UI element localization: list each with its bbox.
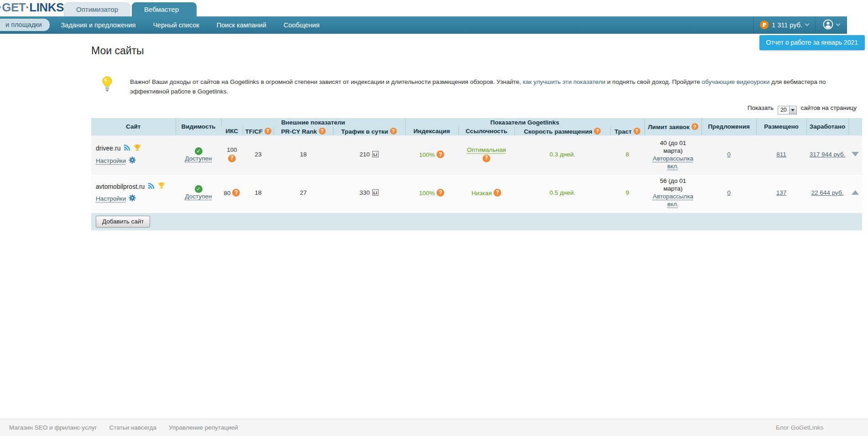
tfcf-label: TF/CF [245, 128, 262, 135]
balance-amount: 1 311 руб. [772, 21, 802, 29]
gear-icon[interactable] [129, 194, 136, 203]
site-domain: avtomobilprost.ru [96, 183, 145, 190]
logo-prefix: ·GET· [0, 0, 29, 14]
traffic-value: 210 [359, 151, 370, 158]
add-site-button[interactable]: Добавить сайт [96, 216, 150, 228]
limit-label: Лимит заявок [648, 124, 689, 130]
autosend-link[interactable]: Авторассылка вкл. [653, 155, 693, 170]
navbar-right: ₽ 1 311 руб. [753, 16, 847, 33]
iks-cell: 80 ? [221, 174, 243, 212]
tfcf-cell: 18 [243, 174, 274, 212]
logo[interactable]: ·GET·LINKS [0, 0, 64, 15]
trophy-icon[interactable] [134, 144, 141, 153]
col-header-placed: Размещено [756, 118, 806, 136]
per-page-control: Показать 20 сайтов на страницу [91, 104, 862, 114]
iks-value: 80 [224, 189, 231, 196]
indexing-value: 100% [419, 189, 435, 196]
settings-link[interactable]: Настройки [96, 195, 126, 202]
offers-cell: 0 [702, 174, 756, 212]
help-icon[interactable]: ? [228, 155, 236, 162]
liveinternet-icon[interactable]: Li [372, 151, 379, 157]
help-icon[interactable]: ? [594, 128, 601, 135]
footer-link-blog[interactable]: Блог GoGetLinks [776, 424, 823, 431]
expand-down-icon[interactable] [852, 152, 859, 156]
trophy-icon[interactable] [158, 182, 165, 191]
tab-webmaster[interactable]: Вебмастер [132, 2, 197, 16]
add-site-row: Добавить сайт [91, 212, 862, 230]
trust-cell: 9 [610, 174, 645, 212]
indexing-cell: 100% ? [405, 174, 458, 212]
help-icon[interactable]: ? [265, 128, 271, 135]
top-header: ·GET·LINKS Оптимизатор Вебмастер [0, 0, 868, 16]
notice-part2: и поднять свой доход. Пройдите [605, 78, 702, 85]
linking-cell: Оптимальная ? [458, 135, 515, 174]
footer-link-articles[interactable]: Статьи навсегда [109, 424, 156, 431]
limit-value: 56 (до 01 марта) [660, 177, 686, 192]
visibility-status[interactable]: Доступен [185, 193, 212, 200]
chevron-down-icon [836, 22, 841, 26]
per-page-value: 20 [778, 107, 789, 113]
earned-link[interactable]: 22 644 руб. [811, 189, 844, 196]
offers-cell: 0 [702, 135, 756, 174]
speed-value: 0.3 дней. [550, 151, 576, 158]
placed-cell: 811 [756, 135, 806, 174]
select-arrow-icon[interactable] [789, 106, 796, 114]
help-icon[interactable]: ? [691, 123, 698, 130]
offers-link[interactable]: 0 [727, 189, 731, 196]
autosend-link[interactable]: Авторассылка вкл. [653, 193, 693, 208]
liveinternet-icon[interactable]: Li [372, 189, 379, 196]
main-navbar: и площадки Задания и предложения Черный … [0, 16, 847, 34]
expand-up-icon[interactable] [852, 190, 859, 195]
notification-banner[interactable]: Отчет о работе за январь 2021 [759, 35, 865, 50]
lightbulb-icon [101, 76, 113, 96]
video-lessons-link[interactable]: обучающие видеоуроки [702, 78, 769, 85]
group-header-gogetlinks: Показатели Gogetlinks [405, 118, 645, 127]
traffic-cell: 330Li [333, 174, 405, 212]
offers-link[interactable]: 0 [727, 151, 731, 158]
group-header-external: Внешние показатели [221, 118, 405, 127]
col-header-traffic: Трафик в сутки ? [333, 127, 405, 136]
nav-item-platforms[interactable]: и площадки [0, 19, 50, 31]
help-icon[interactable]: ? [390, 128, 397, 135]
help-icon[interactable]: ? [232, 189, 240, 197]
nav-item-tasks[interactable]: Задания и предложения [52, 21, 145, 29]
footer-link-shop[interactable]: Магазин SEO и фриланс-услуг [9, 424, 97, 431]
earned-cell: 22 644 руб. [806, 174, 848, 212]
visibility-cell: ✓ Доступен [176, 135, 221, 174]
footer-link-reputation[interactable]: Управление репутацией [169, 424, 238, 431]
limit-value: 40 (до 01 марта) [660, 140, 686, 154]
nav-item-blacklist[interactable]: Черный список [144, 21, 208, 29]
col-header-indexing: Индексация [405, 127, 458, 136]
notice-part1: Важно! Ваши доходы от сайтов на Gogetlin… [130, 78, 523, 85]
placed-link[interactable]: 811 [776, 151, 786, 158]
tab-optimizer[interactable]: Оптимизатор [64, 2, 130, 16]
linking-value: Низкая [472, 189, 492, 196]
rss-icon[interactable] [124, 144, 130, 152]
rss-icon[interactable] [148, 182, 155, 191]
help-icon[interactable]: ? [437, 189, 444, 197]
help-icon[interactable]: ? [319, 128, 326, 135]
gear-icon[interactable] [129, 156, 136, 165]
placed-link[interactable]: 137 [776, 189, 787, 196]
earned-link[interactable]: 317 944 руб. [810, 151, 845, 158]
trust-value: 9 [626, 189, 629, 196]
nav-item-search-campaigns[interactable]: Поиск кампаний [208, 21, 275, 29]
user-menu[interactable] [815, 16, 847, 33]
balance-menu[interactable]: ₽ 1 311 руб. [753, 16, 815, 33]
settings-link[interactable]: Настройки [96, 157, 126, 164]
col-header-tfcf: TF/CF ? [243, 127, 274, 136]
main-content: Мои сайты Важно! Ваши доходы от сайтов н… [91, 45, 862, 230]
help-icon[interactable]: ? [483, 155, 490, 162]
help-icon[interactable]: ? [634, 128, 640, 135]
help-icon[interactable]: ? [494, 189, 501, 197]
limit-cell: 40 (до 01 марта) Авторассылка вкл. [645, 135, 702, 174]
per-page-select[interactable]: 20 [778, 106, 797, 114]
improve-metrics-link[interactable]: как улучшить эти показатели [523, 78, 605, 85]
visibility-status[interactable]: Доступен [185, 155, 212, 162]
traffic-label: Трафик в сутки [341, 128, 388, 135]
col-header-offers: Предложения [702, 118, 756, 136]
linking-value[interactable]: Оптимальная [467, 146, 506, 153]
help-icon[interactable]: ? [437, 151, 444, 158]
nav-item-messages[interactable]: Сообщения [275, 21, 328, 29]
expand-cell [848, 174, 862, 212]
